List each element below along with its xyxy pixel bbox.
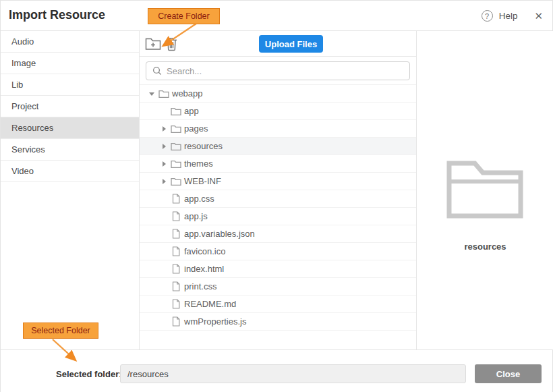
folder-icon <box>157 88 171 99</box>
tree-item-app-variables-json[interactable]: app.variables.json <box>140 225 416 243</box>
sidebar-item-audio[interactable]: Audio <box>1 31 139 53</box>
file-icon <box>169 281 183 291</box>
caret-spacer <box>158 247 169 256</box>
tree-item-label: wmProperties.js <box>184 316 246 327</box>
tree-item-label: app.css <box>184 194 214 204</box>
tree-item-label: app.js <box>184 211 208 221</box>
tree-item-app[interactable]: app <box>140 103 416 120</box>
caret-down-icon[interactable] <box>146 89 157 99</box>
caret-right-icon[interactable] <box>158 142 169 151</box>
file-tree-panel: Upload Files webappapppagesresourcesthem… <box>139 31 417 349</box>
folder-icon <box>169 106 183 116</box>
file-icon <box>169 299 183 309</box>
sidebar-item-label: Services <box>11 144 45 155</box>
caret-spacer <box>158 282 169 291</box>
caret-spacer <box>158 317 169 327</box>
help-link[interactable]: Help <box>499 11 518 21</box>
tree-item-label: themes <box>184 159 213 169</box>
sidebar-item-project[interactable]: Project <box>1 96 139 117</box>
tree-item-readme-md[interactable]: README.md <box>140 296 416 313</box>
folder-icon <box>169 123 183 134</box>
close-icon[interactable]: ✕ <box>534 11 543 21</box>
file-icon <box>169 194 183 204</box>
file-tree: webappapppagesresourcesthemesWEB-INFapp.… <box>140 84 416 331</box>
trash-icon[interactable] <box>166 37 177 53</box>
tree-item-label: print.css <box>184 281 216 291</box>
tree-item-label: webapp <box>172 88 203 99</box>
caret-spacer <box>158 229 169 239</box>
preview-folder-name: resources <box>417 242 553 252</box>
tree-item-label: app.variables.json <box>184 229 255 239</box>
sidebar-item-label: Project <box>11 101 38 111</box>
page-title: Import Resource <box>9 8 105 22</box>
file-icon <box>169 211 183 221</box>
import-resource-dialog: Import Resource ? Help ✕ Create Folder S… <box>0 0 553 392</box>
sidebar-item-services[interactable]: Services <box>1 139 139 161</box>
caret-spacer <box>158 300 169 309</box>
sidebar-item-lib[interactable]: Lib <box>1 74 139 96</box>
tree-item-label: pages <box>184 123 208 134</box>
close-button[interactable]: Close <box>475 364 542 383</box>
caret-spacer <box>158 107 169 116</box>
sidebar-item-video[interactable]: Video <box>1 161 139 182</box>
tree-item-label: app <box>184 106 199 116</box>
sidebar-item-label: Audio <box>11 36 34 47</box>
tree-item-label: resources <box>184 141 223 151</box>
sidebar-item-label: Resources <box>11 123 53 133</box>
tree-item-favicon-ico[interactable]: favicon.ico <box>140 243 416 260</box>
folder-icon <box>169 176 183 186</box>
caret-right-icon[interactable] <box>158 124 169 134</box>
tree-item-label: favicon.ico <box>184 246 225 256</box>
tree-item-webapp[interactable]: webapp <box>140 85 416 103</box>
category-sidebar: AudioImageLibProjectResourcesServicesVid… <box>1 31 139 349</box>
tree-item-wmproperties-js[interactable]: wmProperties.js <box>140 313 416 331</box>
sidebar-item-label: Lib <box>11 80 23 90</box>
folder-plus-icon[interactable] <box>145 37 161 53</box>
tree-item-label: README.md <box>184 299 236 309</box>
tree-item-label: index.html <box>184 264 224 274</box>
caret-spacer <box>158 264 169 274</box>
search-icon <box>152 66 162 76</box>
file-icon <box>169 264 183 274</box>
file-icon <box>169 229 183 239</box>
dialog-footer: Selected folder: Close <box>1 349 552 392</box>
folder-icon <box>169 141 183 151</box>
dialog-header: Import Resource ? Help ✕ <box>1 1 552 31</box>
search-input[interactable] <box>146 61 410 80</box>
tree-item-resources[interactable]: resources <box>140 138 416 155</box>
tree-item-themes[interactable]: themes <box>140 155 416 173</box>
caret-spacer <box>158 212 169 221</box>
folder-icon <box>169 159 183 169</box>
caret-spacer <box>158 194 169 204</box>
tree-item-pages[interactable]: pages <box>140 120 416 138</box>
selected-folder-label: Selected folder: <box>56 369 122 379</box>
tree-item-label: WEB-INF <box>184 176 221 186</box>
large-folder-icon <box>444 155 526 219</box>
file-icon <box>169 316 183 327</box>
tree-toolbar: Upload Files <box>140 31 416 57</box>
create-folder-annotation: Create Folder <box>148 8 220 24</box>
caret-right-icon[interactable] <box>158 177 169 186</box>
selection-preview-panel: resources <box>417 31 553 349</box>
sidebar-item-resources[interactable]: Resources <box>1 117 139 139</box>
search-bar <box>140 57 416 84</box>
tree-item-print-css[interactable]: print.css <box>140 278 416 296</box>
sidebar-item-label: Video <box>11 166 34 176</box>
sidebar-item-label: Image <box>11 58 36 68</box>
file-icon <box>169 246 183 256</box>
caret-right-icon[interactable] <box>158 159 169 169</box>
tree-item-app-css[interactable]: app.css <box>140 190 416 208</box>
selected-folder-annotation: Selected Folder <box>23 323 98 339</box>
selected-folder-path-input[interactable] <box>120 364 466 383</box>
help-icon[interactable]: ? <box>482 10 493 22</box>
upload-files-button[interactable]: Upload Files <box>259 35 323 53</box>
sidebar-item-image[interactable]: Image <box>1 53 139 74</box>
tree-item-web-inf[interactable]: WEB-INF <box>140 173 416 190</box>
tree-item-index-html[interactable]: index.html <box>140 260 416 278</box>
tree-item-app-js[interactable]: app.js <box>140 208 416 225</box>
